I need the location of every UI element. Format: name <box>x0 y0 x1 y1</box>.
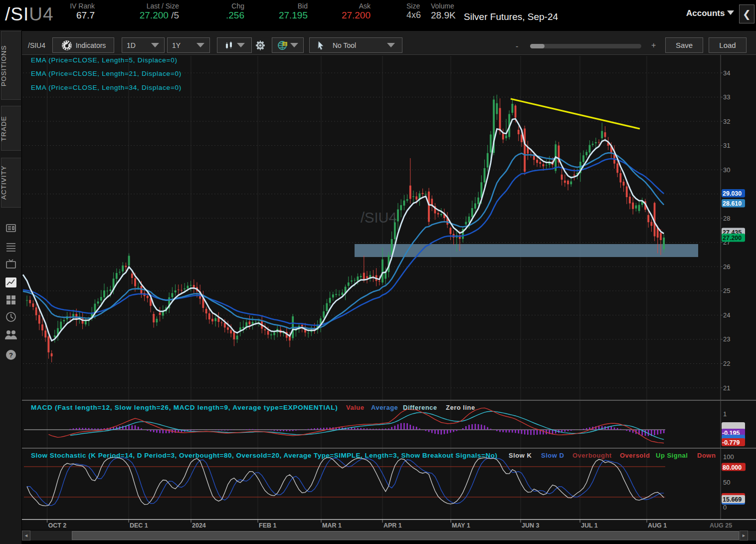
svg-text:JUL 1: JUL 1 <box>581 522 598 529</box>
svg-text:DEC 1: DEC 1 <box>130 522 148 529</box>
svg-text:EMA (Price=CLOSE, Length=5, Di: EMA (Price=CLOSE, Length=5, Displace=0) <box>31 56 178 64</box>
svg-text:Value: Value <box>346 404 364 411</box>
svg-text:Slow K: Slow K <box>509 452 532 459</box>
svg-text:Average: Average <box>371 404 398 411</box>
svg-text:24: 24 <box>723 311 730 319</box>
svg-text:-0.779: -0.779 <box>722 439 740 446</box>
svg-text:100: 100 <box>723 453 734 461</box>
svg-text:Slow Stochastic (K Period=14,: Slow Stochastic (K Period=14, D Period=3… <box>31 452 497 459</box>
svg-text:/SIU4: /SIU4 <box>361 210 397 226</box>
svg-text:33: 33 <box>723 93 730 101</box>
svg-text:15.669: 15.669 <box>723 496 742 503</box>
svg-text:80.000: 80.000 <box>723 464 742 471</box>
svg-text:?: ? <box>9 351 13 359</box>
svg-text:26: 26 <box>723 263 730 271</box>
svg-text:28: 28 <box>723 215 730 222</box>
svg-text:EMA (Price=CLOSE, Length=34, D: EMA (Price=CLOSE, Length=34, Displace=0) <box>31 84 182 91</box>
svg-text:AUG 1: AUG 1 <box>648 522 667 529</box>
svg-text:2024: 2024 <box>192 522 206 529</box>
svg-text:22: 22 <box>723 360 730 367</box>
svg-text:AUG 25: AUG 25 <box>710 522 732 529</box>
svg-text:23: 23 <box>723 335 730 343</box>
svg-text:OCT 2: OCT 2 <box>48 522 67 529</box>
svg-text:MACD (Fast length=12, Slow len: MACD (Fast length=12, Slow length=26, MA… <box>31 404 338 411</box>
svg-text:Slow D: Slow D <box>541 452 564 459</box>
svg-text:APR 1: APR 1 <box>383 522 402 529</box>
svg-text:0: 0 <box>723 504 727 511</box>
svg-text:Down: Down <box>697 452 716 459</box>
svg-text:25: 25 <box>723 287 730 294</box>
svg-text:MAY 1: MAY 1 <box>452 522 470 529</box>
svg-text:29.030: 29.030 <box>723 190 742 197</box>
svg-text:Overbought: Overbought <box>572 452 612 459</box>
svg-text:34: 34 <box>723 69 730 77</box>
svg-text:FEB 1: FEB 1 <box>259 522 276 529</box>
svg-text:Difference: Difference <box>403 404 437 411</box>
svg-text:JUN 3: JUN 3 <box>522 522 539 529</box>
svg-text:Up Signal: Up Signal <box>656 452 688 459</box>
svg-text:27.200: 27.200 <box>723 235 742 242</box>
svg-text:MAR 1: MAR 1 <box>322 522 342 529</box>
svg-text:21: 21 <box>723 384 730 392</box>
svg-text:EMA (Price=CLOSE, Length=21, D: EMA (Price=CLOSE, Length=21, Displace=0) <box>31 70 182 77</box>
svg-text:30: 30 <box>723 166 730 174</box>
svg-text:1: 1 <box>723 410 727 418</box>
svg-text:32: 32 <box>723 118 730 125</box>
svg-text:Oversold: Oversold <box>620 452 650 459</box>
svg-text:31: 31 <box>723 142 730 149</box>
svg-text:50: 50 <box>723 479 730 486</box>
svg-text:Zero line: Zero line <box>446 404 475 411</box>
svg-text:28.610: 28.610 <box>723 200 742 207</box>
